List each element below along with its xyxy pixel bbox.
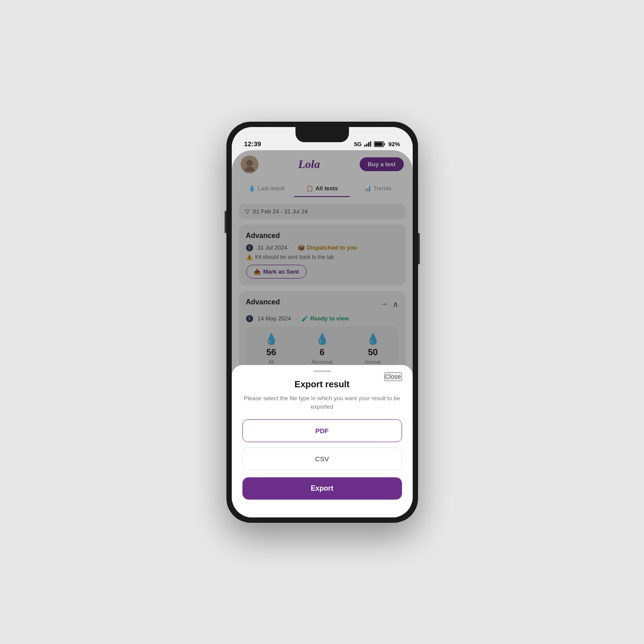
status-icons: 5G 92% [354, 141, 400, 148]
network-indicator: 5G [354, 141, 361, 148]
phone-frame: 12:39 5G 92% [226, 122, 418, 523]
battery-icon [374, 141, 386, 147]
sheet-handle [313, 370, 331, 372]
signal-icon [364, 141, 371, 147]
pdf-option[interactable]: PDF [242, 419, 402, 442]
phone-screen: 12:39 5G 92% [232, 127, 413, 517]
app-content: Lola Buy a test 💧 Last result 📋 All test… [232, 150, 413, 517]
svg-rect-5 [384, 143, 385, 145]
svg-rect-6 [375, 142, 383, 146]
svg-rect-0 [364, 145, 365, 147]
export-button[interactable]: Export [242, 477, 402, 500]
sheet-subtitle: Please select the file type in which you… [242, 394, 402, 411]
power-button [418, 233, 420, 264]
svg-rect-3 [370, 141, 372, 147]
volume-button [225, 211, 226, 233]
status-time: 12:39 [244, 140, 261, 148]
notch [295, 127, 349, 142]
sheet-close-button[interactable]: Close [384, 372, 402, 381]
svg-rect-1 [366, 144, 368, 147]
svg-rect-2 [368, 142, 369, 147]
battery-level: 92% [388, 141, 400, 148]
csv-option[interactable]: CSV [242, 447, 402, 470]
bottom-sheet: Close Export result Please select the fi… [232, 365, 413, 517]
sheet-title: Export result [242, 379, 402, 390]
